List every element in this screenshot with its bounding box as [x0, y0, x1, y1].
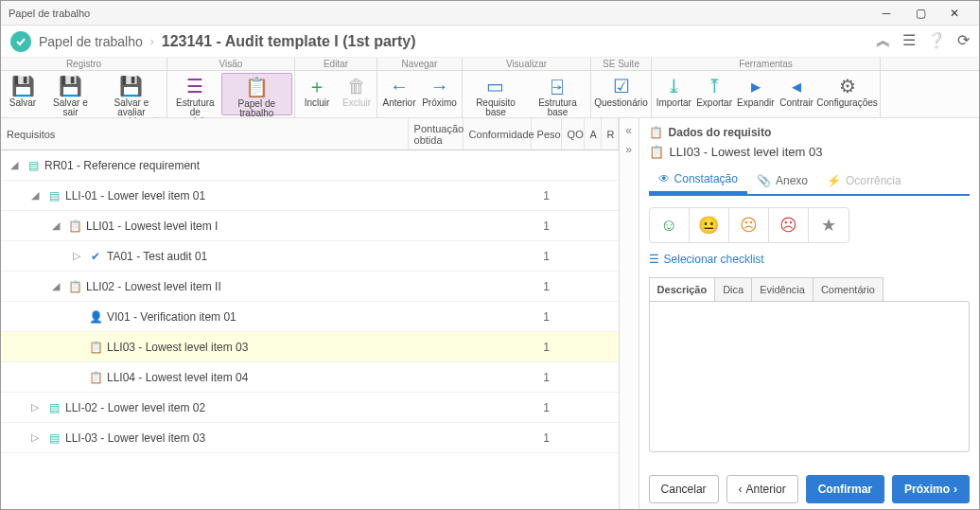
- row-label: LLI01 - Lowest level item I: [86, 220, 218, 233]
- content-area: Requisitos Pontuação obtida Conformidade…: [1, 118, 979, 510]
- ribbon-group-editar: Editar: [295, 58, 377, 70]
- ribbon-estrutura-de-requisitos[interactable]: ☰Estrutura de requisitos: [169, 73, 221, 115]
- row-label: RR01 - Reference requirement: [44, 159, 200, 172]
- face-sad[interactable]: ☹: [769, 208, 809, 242]
- subtab-dica[interactable]: Dica: [714, 277, 752, 301]
- next-button[interactable]: Próximo›: [892, 475, 970, 503]
- ribbon-estrutura-base[interactable]: ⍈Estrutura base: [527, 73, 588, 115]
- help-icon[interactable]: ❔: [927, 31, 946, 51]
- breadcrumb: Papel de trabalho › 123141 - Audit templ…: [1, 26, 979, 58]
- subtab-descricao[interactable]: Descrição: [649, 277, 716, 301]
- grid-row[interactable]: ◢▤RR01 - Reference requirement: [1, 150, 619, 181]
- ribbon-expandir[interactable]: ▸Expandir: [735, 73, 777, 115]
- ribbon-icon: 💾: [119, 76, 143, 97]
- ribbon-requisito-base[interactable]: ▭Requisito base: [464, 73, 527, 115]
- ribbon-próximo[interactable]: →Próximo: [419, 73, 460, 115]
- requirements-grid: Requisitos Pontuação obtida Conformidade…: [1, 118, 620, 510]
- tree-toggle-icon[interactable]: ◢: [27, 188, 43, 203]
- select-checklist-link[interactable]: ☰ Selecionar checklist: [649, 253, 970, 266]
- list-icon[interactable]: ☰: [902, 31, 916, 51]
- maximize-button[interactable]: ▢: [903, 1, 937, 25]
- ribbon-exportar[interactable]: ⤒Exportar: [694, 73, 735, 115]
- ribbon-salvar[interactable]: 💾Salvar: [3, 73, 43, 115]
- ribbon-group-visão: Visão: [167, 58, 295, 70]
- previous-button[interactable]: ‹Anterior: [726, 475, 798, 503]
- breadcrumb-parent[interactable]: Papel de trabalho: [39, 34, 143, 49]
- ribbon-group-visualizar: Visualizar: [463, 58, 591, 70]
- ribbon-icon: ←: [390, 76, 409, 97]
- face-happy[interactable]: ☺: [650, 208, 690, 242]
- grid-row[interactable]: 📋LLI03 - Lowest level item 031: [1, 332, 619, 362]
- subtab-comentario[interactable]: Comentário: [813, 277, 884, 301]
- col-r[interactable]: R: [602, 118, 619, 149]
- confirm-button[interactable]: Confirmar: [806, 475, 884, 503]
- tab-constatacao[interactable]: 👁Constatação: [649, 167, 747, 194]
- cancel-button[interactable]: Cancelar: [649, 475, 719, 503]
- grid-row[interactable]: ◢▤LLI-01 - Lower level item 011: [1, 181, 619, 211]
- side-tab-handles: « »: [620, 118, 639, 510]
- expand-panel-icon[interactable]: »: [625, 143, 632, 156]
- close-button[interactable]: ✕: [937, 1, 971, 25]
- grid-row[interactable]: ◢📋LLI01 - Lowest level item I1: [1, 211, 619, 241]
- ribbon-questionário[interactable]: ☑Questionário: [593, 73, 649, 115]
- grid-row[interactable]: ◢📋LLI02 - Lowest level item II1: [1, 272, 619, 302]
- ribbon-papel-de-trabalho[interactable]: 📋Papel de trabalho: [221, 73, 292, 115]
- tree-toggle-icon[interactable]: ◢: [48, 279, 63, 294]
- grid-row[interactable]: ▷▤LLI-02 - Lower level item 021: [1, 393, 619, 423]
- col-conformidade[interactable]: Conformidade: [464, 118, 532, 149]
- ribbon-contrair[interactable]: ◂Contrair: [777, 73, 816, 115]
- ribbon-importar[interactable]: ⤓Importar: [654, 73, 694, 115]
- grid-row[interactable]: 📋LLI04 - Lowest level item 041: [1, 362, 619, 393]
- tree-toggle-icon[interactable]: ▷: [27, 400, 43, 415]
- ribbon-anterior[interactable]: ←Anterior: [379, 73, 419, 115]
- collapse-panel-icon[interactable]: «: [625, 124, 632, 137]
- window-title: Papel de trabalho: [9, 8, 869, 19]
- tab-ocorrencia: ⚡Ocorrência: [817, 167, 911, 194]
- col-requisitos[interactable]: Requisitos: [1, 118, 409, 149]
- tree-toggle-icon[interactable]: ◢: [48, 219, 63, 234]
- requirement-details-panel: 📋 Dados do requisito 📋 LLI03 - Lowest le…: [639, 118, 979, 510]
- face-neutral[interactable]: 😐: [690, 208, 729, 242]
- face-worry[interactable]: ☹: [729, 208, 769, 242]
- grid-body[interactable]: ◢▤RR01 - Reference requirement◢▤LLI-01 -…: [1, 150, 619, 510]
- grid-cell: 1: [532, 431, 562, 445]
- minimize-button[interactable]: ─: [869, 1, 903, 25]
- ribbon-icon: 💾: [11, 76, 35, 97]
- ribbon-incluir[interactable]: ＋Incluir: [297, 73, 337, 115]
- col-pontuacao[interactable]: Pontuação obtida: [409, 118, 464, 149]
- ribbon-icon: 💾: [59, 76, 82, 97]
- collapse-icon[interactable]: ︽: [876, 31, 891, 51]
- tree-toggle-icon[interactable]: ◢: [7, 158, 22, 173]
- detail-tabs: 👁Constatação 📎Anexo ⚡Ocorrência: [649, 167, 970, 196]
- ribbon-configurações[interactable]: ⚙Configurações: [816, 73, 878, 115]
- person-icon: 👤: [89, 310, 102, 324]
- tree-toggle-icon[interactable]: ▷: [69, 249, 84, 264]
- grid-cell: 1: [532, 189, 562, 202]
- ribbon-icon: ⤒: [707, 76, 723, 97]
- col-qo[interactable]: QO: [562, 118, 585, 149]
- grid-cell: 1: [532, 280, 562, 293]
- grid-row[interactable]: ▷✔TA01 - Test audit 011: [1, 241, 619, 272]
- ribbon-icon: →: [430, 76, 449, 97]
- ribbon-salvar-e-sair[interactable]: 💾Salvar e sair: [43, 73, 98, 115]
- ribbon-icon: ☰: [186, 76, 203, 97]
- ribbon-icon: ▭: [486, 76, 504, 97]
- row-label: VI01 - Verification item 01: [107, 310, 236, 324]
- folder-icon: ▤: [47, 189, 61, 202]
- folder-icon: ▤: [47, 401, 61, 414]
- tree-toggle-icon[interactable]: ▷: [27, 431, 43, 446]
- attachment-icon: 📎: [757, 174, 771, 187]
- grid-header-row: Requisitos Pontuação obtida Conformidade…: [1, 118, 619, 150]
- col-a[interactable]: A: [585, 118, 602, 149]
- list-check-icon: ☰: [649, 253, 659, 266]
- breadcrumb-current: 123141 - Audit template I (1st party): [162, 33, 416, 50]
- refresh-icon[interactable]: ⟳: [957, 31, 970, 51]
- subtab-evidencia[interactable]: Evidência: [751, 277, 814, 301]
- grid-row[interactable]: 👤VI01 - Verification item 011: [1, 302, 619, 332]
- col-peso[interactable]: Peso: [532, 118, 562, 149]
- description-textarea[interactable]: [649, 301, 970, 452]
- ribbon-salvar-e-avaliar-preenchimento[interactable]: 💾Salvar e avaliar preenchimento: [98, 73, 165, 115]
- tab-anexo[interactable]: 📎Anexo: [747, 167, 817, 194]
- grid-row[interactable]: ▷▤LLI-03 - Lower level item 031: [1, 423, 619, 453]
- face-star[interactable]: ★: [809, 208, 848, 242]
